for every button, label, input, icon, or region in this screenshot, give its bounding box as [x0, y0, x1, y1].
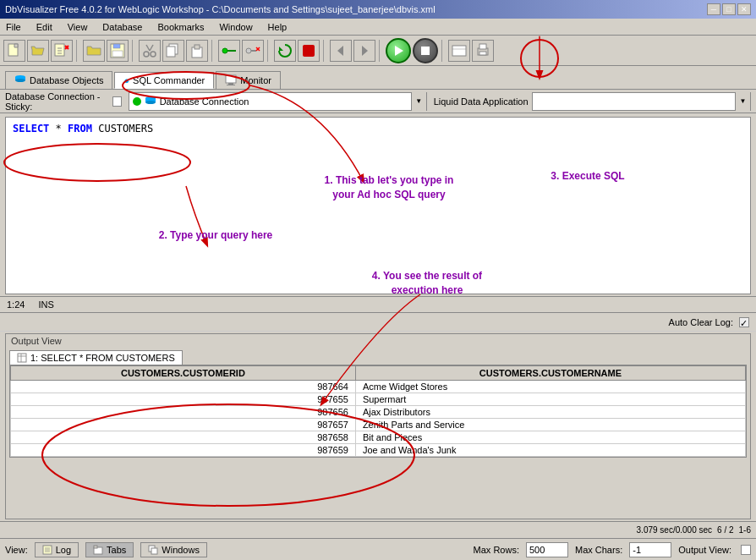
svg-marker-25: [279, 47, 283, 51]
results-table: CUSTOMERS.CUSTOMERID CUSTOMERS.CUSTOMERN…: [10, 365, 746, 457]
toolbar-sep6: [379, 40, 382, 62]
svg-line-11: [146, 45, 150, 51]
toolbar-print-btn[interactable]: [472, 40, 494, 62]
toolbar-stop-btn[interactable]: [298, 40, 320, 62]
sql-content: SELECT * FROM CUSTOMERS: [6, 118, 750, 140]
menubar: File Edit View Database Bookmarks Window…: [0, 19, 756, 36]
toolbar-sep2: [132, 40, 135, 62]
db-icon: [145, 96, 156, 107]
output-tabs: 1: SELECT * FROM CUSTOMERS: [6, 348, 750, 365]
toolbar-cut-btn[interactable]: [139, 40, 161, 62]
svg-rect-55: [151, 548, 157, 554]
windows-button[interactable]: Windows: [140, 542, 207, 557]
max-chars-input[interactable]: [629, 542, 671, 557]
auto-clear-log-label: Auto Clear Log: ✓: [669, 317, 749, 327]
liquid-data-dropdown-btn[interactable]: ▼: [735, 92, 750, 111]
auto-clear-log-checkbox[interactable]: ✓: [739, 317, 749, 327]
connection-select[interactable]: Database Connection ▼: [129, 92, 427, 111]
tab-sql-commander[interactable]: ● SQL Commander: [114, 72, 214, 89]
toolbar-back-btn[interactable]: [330, 40, 352, 62]
toolbar-forward-btn[interactable]: [353, 40, 375, 62]
svg-rect-34: [479, 44, 486, 49]
tab-database-objects[interactable]: Database Objects: [5, 71, 112, 89]
toolbar-sep7: [441, 40, 445, 62]
cell-customerid: 987664: [11, 381, 356, 393]
editor-section: SELECT * FROM CUSTOMERS 1:24 INS: [0, 113, 756, 313]
table-row: 987656Ajax Distributors: [11, 406, 746, 419]
sql-editor-area: SELECT * FROM CUSTOMERS: [5, 117, 751, 294]
sticky-checkbox[interactable]: [112, 96, 121, 107]
rows-info: 6 / 2: [717, 525, 733, 535]
maximize-button[interactable]: □: [722, 3, 736, 15]
footer-left: View: Log Tabs Windows: [5, 542, 207, 557]
toolbar-disconnect-btn[interactable]: [242, 40, 264, 62]
svg-line-12: [150, 45, 153, 51]
tab-monitor[interactable]: Monitor: [216, 71, 281, 89]
output-table-wrapper: CUSTOMERS.CUSTOMERID CUSTOMERS.CUSTOMERN…: [9, 365, 747, 458]
menu-file[interactable]: File: [3, 21, 24, 33]
toolbar-new-btn[interactable]: [3, 40, 25, 62]
svg-marker-29: [395, 46, 403, 56]
toolbar-close-btn[interactable]: [51, 40, 73, 62]
svg-rect-10: [112, 51, 123, 57]
toolbar-open-btn[interactable]: [27, 40, 49, 62]
max-rows-label: Max Rows:: [474, 545, 519, 555]
results-tbody: 987664Acme Widget Stores987655Supermart9…: [11, 381, 746, 457]
table-row: 987664Acme Widget Stores: [11, 381, 746, 393]
menu-edit[interactable]: Edit: [34, 21, 55, 33]
menu-database[interactable]: Database: [100, 21, 145, 33]
menu-window[interactable]: Window: [216, 21, 255, 33]
toolbar-refresh-btn[interactable]: [274, 40, 296, 62]
monitor-icon: [225, 74, 237, 86]
max-chars-label: Max Chars:: [575, 545, 622, 555]
toolbar-connect-btn[interactable]: [218, 40, 240, 62]
output-view-checkbox[interactable]: [741, 545, 751, 555]
cell-customername: Zenith Parts and Service: [355, 419, 745, 431]
svg-rect-16: [167, 47, 175, 57]
connection-dropdown-btn[interactable]: ▼: [411, 92, 426, 111]
svg-rect-39: [226, 75, 236, 83]
output-view-footer-label: Output View:: [678, 545, 731, 555]
svg-rect-53: [94, 546, 97, 548]
col-header-customername: CUSTOMERS.CUSTOMERNAME: [355, 366, 745, 381]
toolbar-export-btn[interactable]: [448, 40, 470, 62]
window-controls: ─ □ ✕: [707, 3, 751, 15]
connection-status-icon: [133, 97, 141, 106]
log-bar: Auto Clear Log: ✓: [0, 313, 756, 332]
close-button[interactable]: ✕: [737, 3, 751, 15]
svg-rect-9: [113, 44, 120, 48]
svg-rect-18: [194, 45, 200, 49]
svg-rect-40: [228, 83, 233, 85]
svg-rect-45: [18, 354, 26, 362]
svg-point-14: [151, 52, 156, 57]
menu-bookmarks[interactable]: Bookmarks: [155, 21, 206, 33]
stop-execution-button[interactable]: [413, 38, 438, 63]
tabs-icon: [93, 545, 103, 555]
footer: View: Log Tabs Windows Max Rows: Max Cha…: [0, 538, 756, 560]
toolbar: [0, 36, 756, 66]
cell-customerid: 987656: [11, 406, 356, 419]
table-row: 987655Supermart: [11, 393, 746, 406]
svg-rect-31: [452, 46, 466, 56]
menu-help[interactable]: Help: [266, 21, 290, 33]
tabs-button[interactable]: Tabs: [85, 542, 134, 557]
toolbar-copy-btn[interactable]: [162, 40, 184, 62]
svg-rect-22: [251, 50, 256, 52]
toolbar-folder-btn[interactable]: [83, 40, 105, 62]
svg-point-19: [222, 48, 227, 53]
cell-customername: Ajax Distributors: [355, 406, 745, 419]
toolbar-paste-btn[interactable]: [186, 40, 208, 62]
execute-sql-button[interactable]: [386, 38, 411, 63]
menu-view[interactable]: View: [65, 21, 90, 33]
bottom-status-bar: 3.079 sec/0.000 sec 6 / 2 1-6: [0, 521, 756, 538]
cursor-position: 1:24: [7, 299, 25, 310]
liquid-data-select[interactable]: ▼: [532, 92, 751, 111]
svg-rect-35: [479, 52, 486, 55]
liquid-data-label: Liquid Data Application: [434, 96, 529, 107]
max-rows-input[interactable]: [526, 542, 568, 557]
output-tab-1[interactable]: 1: SELECT * FROM CUSTOMERS: [9, 350, 183, 365]
toolbar-save-btn[interactable]: [107, 40, 129, 62]
minimize-button[interactable]: ─: [707, 3, 720, 15]
editor-mode: INS: [38, 299, 53, 310]
log-button[interactable]: Log: [35, 542, 79, 557]
